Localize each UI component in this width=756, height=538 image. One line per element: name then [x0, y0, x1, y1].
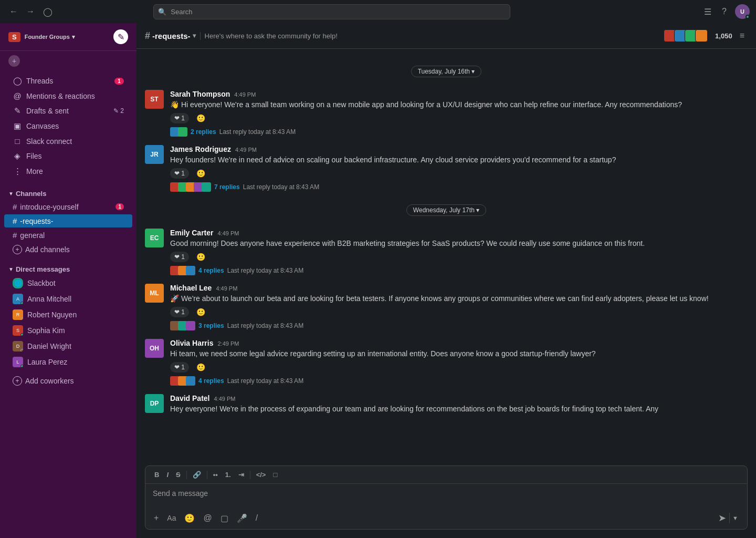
msg-header-6: David Patel 4:49 PM: [170, 394, 748, 402]
help-icon[interactable]: ?: [720, 5, 729, 18]
sidebar-item-mentions[interactable]: @ Mentions & reactions: [4, 89, 132, 103]
dm-item-robert[interactable]: R Robert Nguyen: [4, 307, 132, 322]
add-button[interactable]: +: [0, 51, 136, 71]
channels-collapse-icon: ▼: [8, 191, 14, 196]
thread-replies-5[interactable]: 4 replies Last reply today at 8:43 AM: [170, 376, 748, 386]
message-4: ML Michael Lee 4:49 PM 🚀 We're about to …: [136, 280, 756, 335]
msg-author-6[interactable]: David Patel: [170, 394, 209, 402]
date-badge-1[interactable]: Tuesday, July 16th ▾: [411, 66, 482, 77]
msg-author-1[interactable]: Sarah Thompson: [170, 90, 230, 98]
bullet-list-button[interactable]: ••: [211, 469, 220, 480]
back-button[interactable]: ←: [6, 5, 21, 18]
channels-section-header[interactable]: ▼ Channels: [0, 181, 136, 200]
composer-input[interactable]: Send a message: [145, 484, 747, 507]
add-reaction-5[interactable]: 🙂: [192, 361, 209, 373]
avatar-emily: EC: [145, 229, 164, 247]
add-reaction-1[interactable]: 🙂: [192, 112, 209, 124]
format-button[interactable]: Aa: [165, 512, 178, 524]
add-reaction-3[interactable]: 🙂: [192, 251, 209, 263]
msg-header-2: James Rodriguez 4:49 PM: [170, 145, 748, 153]
new-message-button[interactable]: ✎: [113, 29, 128, 44]
indent-button[interactable]: ⇥: [236, 469, 247, 480]
composer-toolbar: B I S 🔗 •• 1. ⇥ </> □: [145, 466, 747, 484]
dm-item-daniel[interactable]: D Daniel Wright: [4, 339, 132, 354]
msg-text-2: Hey founders! We're in need of advice on…: [170, 154, 748, 165]
dm-label-sophia: Sophia Kim: [27, 326, 65, 335]
thread-replies-1[interactable]: 2 replies Last reply today at 8:43 AM: [170, 127, 748, 137]
reaction-heart-5[interactable]: ❤ 1: [170, 362, 189, 373]
drafts-count: ✎ 2: [113, 107, 124, 115]
date-badge-2[interactable]: Wednesday, July 17th ▾: [406, 204, 486, 216]
msg-author-2[interactable]: James Rodriguez: [170, 145, 231, 153]
add-reaction-2[interactable]: 🙂: [192, 168, 209, 179]
dm-section-header[interactable]: ▼ Direct messages: [0, 257, 136, 275]
channel-settings-button[interactable]: ≡: [737, 29, 748, 43]
strikethrough-button[interactable]: S: [173, 469, 183, 480]
thread-replies-4[interactable]: 3 replies Last reply today at 8:43 AM: [170, 321, 748, 330]
channel-title[interactable]: # -requests- ▾: [145, 30, 196, 42]
reaction-heart-4[interactable]: ❤ 1: [170, 307, 189, 317]
add-channels-button[interactable]: + Add channels: [4, 243, 132, 256]
sidebar-item-drafts[interactable]: ✎ Drafts & sent ✎ 2: [4, 104, 132, 118]
sidebar-item-threads[interactable]: ◯ Threads 1: [4, 74, 132, 88]
msg-time-6: 4:49 PM: [214, 396, 235, 402]
send-button-group: ➤ ▼: [715, 510, 741, 526]
dm-item-laura[interactable]: L Laura Perez: [4, 355, 132, 369]
forward-button[interactable]: →: [23, 5, 38, 18]
search-bar: 🔍: [153, 4, 510, 19]
msg-reactions-3: ❤ 1 🙂: [170, 251, 748, 263]
threads-badge: 1: [114, 78, 124, 85]
channel-dropdown-icon: ▾: [193, 32, 196, 39]
sidebar-item-files[interactable]: ◈ Files: [4, 149, 132, 163]
code-button[interactable]: </>: [254, 469, 269, 480]
ordered-list-button[interactable]: 1.: [223, 469, 234, 480]
thread-av-13: [186, 321, 195, 330]
add-coworkers-button[interactable]: + Add coworkers: [4, 374, 132, 388]
thread-last-5: Last reply today at 8:43 AM: [227, 377, 303, 385]
emoji-button[interactable]: 🙂: [182, 511, 197, 525]
channels-section-label: Channels: [16, 190, 128, 198]
msg-text-4: 🚀 We're about to launch our beta and are…: [170, 293, 748, 304]
sidebar-item-more[interactable]: ⋮ More: [4, 164, 132, 179]
send-dropdown-button[interactable]: ▼: [729, 513, 741, 523]
add-icon: +: [8, 55, 20, 67]
channel-item-general[interactable]: # general: [4, 229, 132, 242]
code-block-button[interactable]: □: [270, 469, 280, 480]
dm-item-slackbot[interactable]: 🌐 Slackbot: [4, 276, 132, 291]
reaction-heart-2[interactable]: ❤ 1: [170, 168, 189, 179]
avatar-michael: ML: [145, 284, 164, 303]
sidebar-item-canvases[interactable]: ▣ Canvases: [4, 119, 132, 133]
thread-replies-3[interactable]: 4 replies Last reply today at 8:43 AM: [170, 266, 748, 275]
msg-author-4[interactable]: Michael Lee: [170, 284, 212, 292]
user-avatar[interactable]: U: [735, 4, 750, 19]
send-button[interactable]: ➤: [715, 510, 729, 526]
channel-item-introduce-yourself[interactable]: # introduce-yourself 1: [4, 200, 132, 213]
dm-item-sophia[interactable]: S Sophia Kim: [4, 323, 132, 338]
sidebar-item-slack-connect[interactable]: □ Slack connect: [4, 134, 132, 148]
audio-button[interactable]: 🎤: [235, 511, 249, 525]
msg-author-5[interactable]: Olivia Harris: [170, 339, 214, 347]
msg-body-4: Michael Lee 4:49 PM 🚀 We're about to lau…: [170, 284, 748, 330]
reaction-heart-1[interactable]: ❤ 1: [170, 113, 189, 123]
channel-name: -requests-: [152, 32, 191, 40]
shortcut-button[interactable]: /: [254, 511, 260, 525]
mention-button[interactable]: @: [201, 511, 214, 525]
msg-author-3[interactable]: Emily Carter: [170, 229, 213, 237]
image-button[interactable]: ▢: [218, 511, 230, 525]
bold-button[interactable]: B: [152, 469, 162, 480]
channel-description: Here's where to ask the community for he…: [200, 32, 662, 40]
search-input[interactable]: [153, 4, 510, 19]
attach-button[interactable]: +: [152, 511, 161, 525]
workspace-logo: S: [8, 32, 20, 42]
dm-item-anna[interactable]: A Anna Mitchell: [4, 292, 132, 306]
italic-button[interactable]: I: [164, 469, 171, 480]
files-icon: ◈: [13, 151, 22, 161]
add-reaction-4[interactable]: 🙂: [192, 306, 209, 318]
filter-icon[interactable]: ☰: [702, 5, 713, 19]
link-button[interactable]: 🔗: [190, 469, 204, 480]
history-button[interactable]: ◯: [40, 5, 56, 19]
thread-replies-2[interactable]: 7 replies Last reply today at 8:43 AM: [170, 182, 748, 192]
channel-item-requests[interactable]: # -requests-: [4, 214, 132, 227]
workspace-name[interactable]: S Founder Groups ▾: [8, 32, 75, 42]
reaction-heart-3[interactable]: ❤ 1: [170, 252, 189, 262]
